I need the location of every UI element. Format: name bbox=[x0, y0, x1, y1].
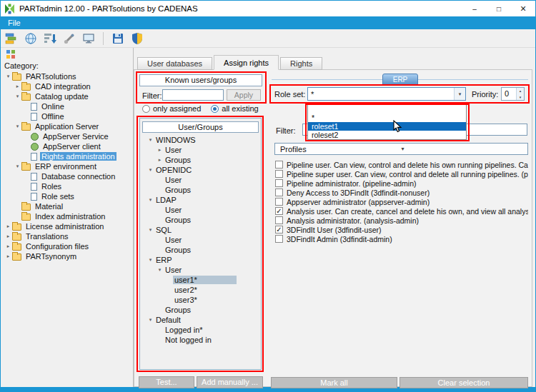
user-tree-item[interactable]: User bbox=[142, 235, 261, 245]
priority-spinner[interactable]: 0 ▴▾ bbox=[501, 87, 525, 101]
user-tree-item[interactable]: Groups bbox=[142, 215, 261, 225]
roleset-option[interactable] bbox=[308, 105, 466, 114]
mark-all-button[interactable]: Mark all bbox=[271, 377, 397, 388]
user-tree-item[interactable]: Groups bbox=[142, 185, 261, 195]
category-tree-item[interactable]: ▾ERP environment bbox=[3, 161, 132, 171]
category-tree-item[interactable]: Roles bbox=[3, 181, 132, 191]
collapse-icon[interactable]: ▾ bbox=[14, 121, 21, 131]
catalog-icon[interactable] bbox=[4, 31, 19, 46]
collapse-icon[interactable]: ▾ bbox=[147, 315, 154, 325]
expand-icon[interactable]: ▸ bbox=[4, 231, 12, 241]
apply-button[interactable]: Apply bbox=[227, 89, 261, 101]
category-tree-item[interactable]: Material bbox=[3, 201, 132, 211]
user-tree-item[interactable]: ▾LDAP bbox=[142, 195, 261, 205]
collapse-icon[interactable]: ▾ bbox=[147, 225, 154, 235]
category-tree-item[interactable]: Database connection bbox=[3, 171, 132, 181]
category-tree-item[interactable]: ▾Application Server bbox=[3, 121, 132, 131]
user-tree-item[interactable]: user2* bbox=[142, 285, 261, 295]
category-tree-item[interactable]: Role sets bbox=[3, 191, 132, 201]
collapse-icon[interactable]: ▾ bbox=[14, 161, 21, 171]
user-tree-item[interactable]: Groups bbox=[142, 245, 261, 255]
roleset-option[interactable]: roleset2 bbox=[308, 131, 466, 139]
expand-icon[interactable]: ▸ bbox=[4, 251, 12, 261]
tools-icon[interactable] bbox=[62, 31, 76, 46]
tab-rights[interactable]: Rights bbox=[280, 57, 322, 70]
radio-only-assigned[interactable] bbox=[142, 105, 150, 113]
profile-checkbox[interactable] bbox=[275, 161, 283, 169]
user-tree-item[interactable]: ▾OPENIDC bbox=[142, 165, 261, 175]
maximize-button[interactable]: □ bbox=[487, 1, 511, 16]
expand-icon[interactable]: ▸ bbox=[4, 241, 12, 251]
user-tree-item[interactable]: User bbox=[142, 205, 261, 215]
collapse-icon[interactable]: ▾ bbox=[147, 165, 154, 175]
spinner-down-icon[interactable]: ▾ bbox=[517, 94, 524, 101]
sort-icon[interactable] bbox=[43, 31, 57, 46]
expand-icon[interactable]: ▸ bbox=[156, 145, 164, 155]
profiles-header[interactable]: Profiles ▾ bbox=[274, 143, 528, 155]
profile-checkbox[interactable]: ✓ bbox=[275, 207, 283, 215]
roleset-option[interactable]: roleset1 bbox=[308, 122, 466, 131]
collapse-icon[interactable]: ▾ bbox=[4, 71, 12, 81]
spinner-up-icon[interactable]: ▴ bbox=[517, 88, 524, 94]
category-tree-item[interactable]: AppServer Service bbox=[3, 131, 132, 141]
clear-selection-button[interactable]: Clear selection bbox=[399, 377, 528, 388]
tab-assign-rights[interactable]: Assign rights bbox=[214, 55, 279, 70]
users-filter-input[interactable] bbox=[162, 89, 224, 101]
globe-icon[interactable] bbox=[24, 31, 38, 46]
tab-user-databases[interactable]: User databases bbox=[137, 57, 212, 70]
profile-checkbox[interactable] bbox=[275, 179, 283, 187]
category-tree-item[interactable]: ▾Catalog update bbox=[3, 91, 132, 101]
category-tree-item[interactable]: ▸CAD integration bbox=[3, 81, 132, 91]
collapse-icon[interactable]: ▾ bbox=[156, 265, 164, 275]
category-grid-icon[interactable] bbox=[6, 49, 16, 61]
expand-icon[interactable]: ▸ bbox=[156, 155, 164, 165]
add-manually-button[interactable]: Add manually ... bbox=[197, 376, 263, 388]
expand-icon[interactable]: ▸ bbox=[4, 221, 12, 231]
user-tree-item[interactable]: ▾User bbox=[142, 265, 261, 275]
user-tree-item[interactable]: user1* bbox=[142, 275, 261, 285]
collapse-icon[interactable]: ▾ bbox=[14, 91, 21, 101]
test-button[interactable]: Test... bbox=[139, 376, 194, 388]
profile-checkbox[interactable] bbox=[275, 216, 283, 224]
menu-file[interactable]: File bbox=[1, 16, 28, 29]
radio-all-existing[interactable] bbox=[211, 105, 219, 113]
profile-checkbox[interactable] bbox=[275, 170, 283, 178]
combo-dropdown-icon[interactable]: ▾ bbox=[454, 88, 465, 100]
category-tree-item[interactable]: ▾PARTsolutions bbox=[3, 71, 132, 81]
category-tree-item[interactable]: AppServer client bbox=[3, 141, 132, 151]
user-tree-item[interactable]: ▾Default bbox=[142, 315, 261, 325]
user-tree-item[interactable]: ▾ERP bbox=[142, 255, 261, 265]
save-icon[interactable] bbox=[111, 31, 125, 46]
minimize-button[interactable]: – bbox=[462, 1, 487, 16]
category-tree-item[interactable]: Offline bbox=[3, 111, 132, 121]
shield-icon[interactable] bbox=[130, 31, 144, 46]
category-tree-item[interactable]: Index administration bbox=[3, 211, 132, 221]
category-tree-item[interactable]: Rights administration bbox=[3, 151, 132, 161]
roleset-option[interactable]: * bbox=[308, 114, 466, 122]
category-tree-item[interactable]: ▸License administration bbox=[3, 221, 132, 231]
user-tree-item[interactable]: ▸Groups bbox=[142, 155, 261, 165]
profile-checkbox[interactable]: ✓ bbox=[275, 226, 283, 233]
monitor-icon[interactable] bbox=[81, 31, 96, 46]
user-tree-item[interactable]: ▾SQL bbox=[142, 225, 261, 235]
category-tree-item[interactable]: Online bbox=[3, 101, 132, 111]
category-tree-item[interactable]: ▸Configuration files bbox=[3, 241, 132, 251]
category-tree-item[interactable]: ▸PARTsynonym bbox=[3, 251, 132, 261]
category-tree-item[interactable]: ▸Translations bbox=[3, 231, 132, 241]
user-tree-item[interactable]: Groups bbox=[142, 305, 261, 315]
collapse-icon[interactable]: ▾ bbox=[147, 195, 154, 205]
user-tree-item[interactable]: Not logged in bbox=[142, 335, 261, 345]
user-tree-item[interactable]: user3* bbox=[142, 295, 261, 305]
profile-checkbox[interactable] bbox=[275, 198, 283, 206]
user-tree-item[interactable]: ▾WINDOWS bbox=[142, 135, 261, 145]
profile-checkbox[interactable] bbox=[275, 189, 283, 196]
user-tree-item[interactable]: ▸User bbox=[142, 145, 261, 155]
close-button[interactable]: × bbox=[511, 1, 535, 16]
role-set-combobox[interactable]: * ▾ bbox=[307, 87, 466, 101]
expand-icon[interactable]: ▸ bbox=[14, 81, 21, 91]
collapse-icon[interactable]: ▾ bbox=[147, 255, 154, 265]
collapse-icon[interactable]: ▾ bbox=[147, 135, 154, 145]
user-tree-item[interactable]: User bbox=[142, 175, 261, 185]
user-tree-item[interactable]: Logged in* bbox=[142, 325, 261, 335]
profile-checkbox[interactable] bbox=[275, 235, 283, 243]
